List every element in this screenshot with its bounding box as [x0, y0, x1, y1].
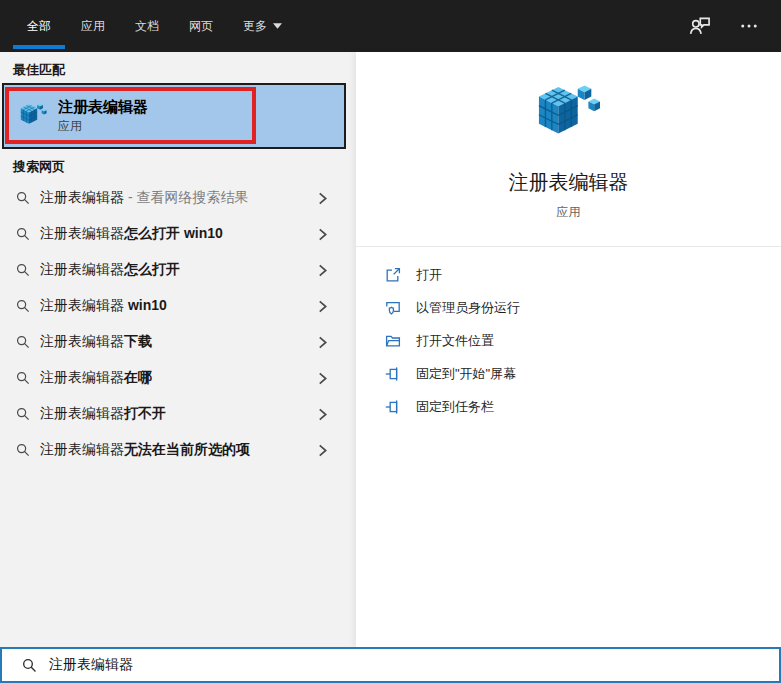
- tab-apps[interactable]: 应用: [81, 0, 105, 52]
- more-options-icon[interactable]: [739, 16, 759, 36]
- pin-to-taskbar-icon: [385, 399, 401, 415]
- search-icon: [22, 658, 37, 673]
- action-open[interactable]: 打开: [356, 258, 781, 291]
- search-bar: [0, 647, 781, 683]
- suggestion-row[interactable]: 注册表编辑器在哪: [0, 360, 356, 396]
- search-icon: [16, 191, 30, 205]
- chevron-right-icon[interactable]: [317, 191, 328, 206]
- best-match-header: 最佳匹配: [13, 61, 65, 79]
- results-panel: 最佳匹配 注册表编辑器 应用 搜索网页 注册表编辑器 - 查看网络搜索结果 注册…: [0, 52, 356, 647]
- chevron-right-icon[interactable]: [317, 407, 328, 422]
- chevron-right-icon[interactable]: [317, 299, 328, 314]
- tab-all[interactable]: 全部: [27, 0, 51, 52]
- tab-web-label: 网页: [189, 18, 213, 35]
- search-icon: [16, 443, 30, 457]
- tab-documents-label: 文档: [135, 18, 159, 35]
- pin-to-start-icon: [385, 366, 401, 382]
- tab-all-label: 全部: [27, 18, 51, 35]
- suggestion-row[interactable]: 注册表编辑器下载: [0, 324, 356, 360]
- search-icon: [16, 335, 30, 349]
- search-web-header: 搜索网页: [13, 158, 65, 176]
- suggestion-row[interactable]: 注册表编辑器 win10: [0, 288, 356, 324]
- search-icon: [16, 299, 30, 313]
- topbar-right-icons: [689, 0, 759, 52]
- tab-web[interactable]: 网页: [189, 0, 213, 52]
- tab-documents[interactable]: 文档: [135, 0, 159, 52]
- search-icon: [16, 407, 30, 421]
- search-suggestions-list: 注册表编辑器 - 查看网络搜索结果 注册表编辑器怎么打开 win10 注册表编辑…: [0, 180, 356, 468]
- best-match-subtitle: 应用: [58, 119, 148, 133]
- suggestion-row[interactable]: 注册表编辑器怎么打开 win10: [0, 216, 356, 252]
- chevron-right-icon[interactable]: [317, 263, 328, 278]
- open-icon: [385, 267, 401, 283]
- run-as-admin-icon: [385, 300, 401, 316]
- registry-editor-icon: [537, 84, 601, 148]
- suggestion-row[interactable]: 注册表编辑器 - 查看网络搜索结果: [0, 180, 356, 216]
- suggestion-row[interactable]: 注册表编辑器无法在当前所选的项: [0, 432, 356, 468]
- chevron-down-icon: [273, 23, 282, 29]
- windows-search-flyout: 全部 应用 文档 网页 更多 最佳匹配 注册表编辑器 应用: [0, 0, 781, 683]
- preview-panel: 注册表编辑器 应用 打开 以管理员身份运行 打开文件位置 固定到"开始"屏幕: [356, 52, 781, 647]
- action-list: 打开 以管理员身份运行 打开文件位置 固定到"开始"屏幕 固定到任务栏: [356, 258, 781, 423]
- divider: [356, 246, 781, 247]
- chevron-right-icon[interactable]: [317, 335, 328, 350]
- open-file-location-icon: [385, 333, 401, 349]
- suggestion-row[interactable]: 注册表编辑器打不开: [0, 396, 356, 432]
- search-input[interactable]: [49, 657, 779, 673]
- chevron-right-icon[interactable]: [317, 443, 328, 458]
- best-match-item-registry-editor[interactable]: 注册表编辑器 应用: [2, 83, 346, 149]
- registry-editor-icon: [20, 103, 47, 130]
- action-pin-to-taskbar[interactable]: 固定到任务栏: [356, 390, 781, 423]
- action-pin-to-start[interactable]: 固定到"开始"屏幕: [356, 357, 781, 390]
- search-filter-bar: 全部 应用 文档 网页 更多: [0, 0, 781, 52]
- tab-apps-label: 应用: [81, 18, 105, 35]
- tab-more[interactable]: 更多: [243, 0, 282, 52]
- user-account-icon[interactable]: [689, 15, 711, 37]
- action-run-as-admin[interactable]: 以管理员身份运行: [356, 291, 781, 324]
- chevron-right-icon[interactable]: [317, 227, 328, 242]
- chevron-right-icon[interactable]: [317, 371, 328, 386]
- action-open-file-location[interactable]: 打开文件位置: [356, 324, 781, 357]
- best-match-title: 注册表编辑器: [58, 98, 148, 116]
- search-icon: [16, 227, 30, 241]
- preview-title: 注册表编辑器: [356, 169, 781, 196]
- search-icon: [16, 371, 30, 385]
- tab-more-label: 更多: [243, 18, 267, 35]
- suggestion-row[interactable]: 注册表编辑器怎么打开: [0, 252, 356, 288]
- search-icon: [16, 263, 30, 277]
- preview-subtitle: 应用: [356, 204, 781, 221]
